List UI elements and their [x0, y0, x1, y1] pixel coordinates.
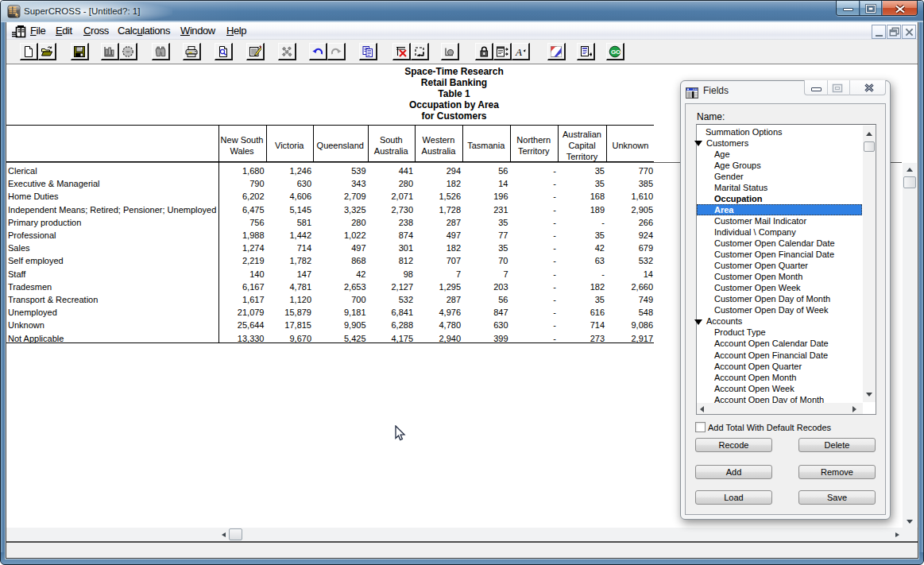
svg-text:A: A [515, 46, 522, 58]
svg-text:GO: GO [611, 48, 621, 56]
